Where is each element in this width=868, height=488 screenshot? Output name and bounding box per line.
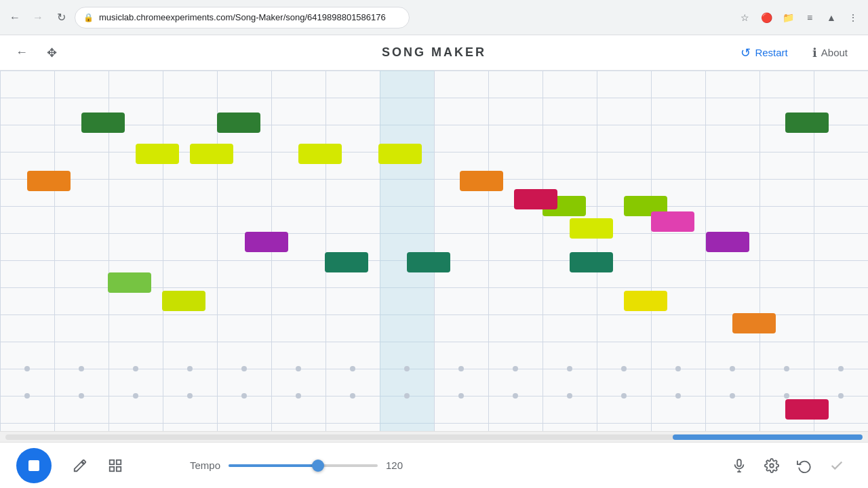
beat-dot[interactable] (241, 393, 247, 399)
beat-dot[interactable] (513, 393, 518, 399)
scrollbar-area[interactable] (0, 431, 868, 442)
scrollbar-track[interactable] (5, 434, 863, 440)
note[interactable] (570, 218, 613, 239)
about-button[interactable]: ℹ About (803, 41, 857, 64)
tempo-value: 120 (386, 460, 410, 471)
reload-button[interactable]: ↻ (52, 8, 71, 27)
beat-dot[interactable] (404, 366, 410, 371)
beat-dot[interactable] (458, 366, 464, 371)
note[interactable] (136, 144, 179, 164)
beat-dot[interactable] (79, 393, 84, 399)
beat-dot[interactable] (784, 393, 789, 399)
forward-button[interactable]: → (28, 8, 47, 27)
check-button[interactable] (822, 451, 852, 481)
beat-dot[interactable] (79, 366, 84, 371)
beat-dot[interactable] (241, 366, 247, 371)
note[interactable] (81, 113, 125, 133)
lock-icon: 🔒 (83, 13, 94, 22)
beat-dot[interactable] (730, 366, 735, 371)
note[interactable] (624, 291, 667, 311)
note[interactable] (570, 252, 613, 272)
about-icon: ℹ (812, 45, 817, 60)
beat-dot[interactable] (350, 393, 355, 399)
back-to-home-button[interactable]: ← (11, 42, 33, 64)
note[interactable] (460, 171, 503, 191)
beat-dot[interactable] (838, 393, 844, 399)
extension-btn-3[interactable]: ≡ (800, 8, 819, 27)
tempo-slider-fill (229, 464, 318, 467)
extension-btn-4[interactable]: ▲ (822, 8, 841, 27)
note[interactable] (651, 211, 694, 232)
note[interactable] (706, 232, 749, 252)
restart-label: Restart (755, 47, 787, 58)
play-stop-button[interactable] (16, 448, 52, 483)
beat-dot[interactable] (838, 366, 844, 371)
beat-dot[interactable] (296, 393, 301, 399)
beat-dot[interactable] (567, 366, 572, 371)
beat-dot[interactable] (621, 393, 627, 399)
note[interactable] (162, 291, 205, 311)
beat-dot[interactable] (513, 366, 518, 371)
beat-dot[interactable] (133, 366, 138, 371)
beat-dot[interactable] (24, 393, 30, 399)
note[interactable] (378, 144, 422, 164)
back-button[interactable]: ← (5, 8, 24, 27)
pencil-tool-button[interactable] (65, 451, 95, 481)
header-right: ↺ Restart ℹ About (731, 41, 857, 64)
expand-button[interactable]: ✥ (41, 42, 62, 64)
dots-row[interactable] (0, 386, 868, 406)
tempo-slider-thumb[interactable] (312, 460, 324, 472)
undo-button[interactable] (789, 451, 819, 481)
note[interactable] (325, 252, 368, 272)
more-button[interactable]: ⋮ (844, 8, 863, 27)
tempo-label: Tempo (190, 460, 220, 471)
note[interactable] (785, 113, 829, 133)
tempo-section: Tempo 120 (190, 460, 724, 471)
settings-button[interactable] (757, 451, 787, 481)
beat-dot[interactable] (621, 366, 627, 371)
toolbar: Tempo 120 (0, 442, 868, 488)
beat-dot[interactable] (675, 366, 681, 371)
header: ← ✥ SONG MAKER ↺ Restart ℹ About (0, 35, 868, 70)
beat-dot[interactable] (187, 366, 193, 371)
note[interactable] (190, 144, 233, 164)
beat-dot[interactable] (24, 366, 30, 371)
note[interactable] (108, 272, 151, 293)
note[interactable] (217, 113, 260, 133)
browser-chrome: ← → ↻ 🔒 musiclab.chromeexperiments.com/S… (0, 0, 868, 35)
extension-btn-1[interactable]: 🔴 (757, 8, 776, 27)
app: ← ✥ SONG MAKER ↺ Restart ℹ About (0, 35, 868, 488)
scrollbar-thumb[interactable] (673, 434, 863, 440)
microphone-button[interactable] (724, 451, 754, 481)
note[interactable] (245, 232, 288, 252)
restart-button[interactable]: ↺ Restart (731, 41, 797, 64)
bookmark-button[interactable]: ☆ (735, 8, 754, 27)
beat-dot[interactable] (133, 393, 138, 399)
beat-dot[interactable] (784, 366, 789, 371)
beat-dot[interactable] (458, 393, 464, 399)
beat-dot[interactable] (404, 393, 410, 399)
grid-tool-button[interactable] (100, 451, 130, 481)
header-left: ← ✥ (11, 42, 62, 64)
beat-dot[interactable] (187, 393, 193, 399)
svg-rect-4 (737, 459, 741, 466)
grid[interactable] (0, 70, 868, 431)
beat-dot[interactable] (567, 393, 572, 399)
note[interactable] (298, 144, 342, 164)
address-bar[interactable]: 🔒 musiclab.chromeexperiments.com/Song-Ma… (75, 7, 410, 28)
beat-dot[interactable] (730, 393, 735, 399)
beat-dot[interactable] (296, 366, 301, 371)
note[interactable] (27, 171, 71, 191)
note[interactable] (407, 252, 450, 272)
svg-rect-1 (117, 460, 121, 464)
svg-rect-3 (110, 466, 114, 470)
beat-dot[interactable] (350, 366, 355, 371)
note[interactable] (732, 313, 776, 333)
note[interactable] (514, 189, 557, 209)
dots-row[interactable] (0, 359, 868, 379)
beat-dot[interactable] (675, 393, 681, 399)
tempo-slider[interactable] (229, 464, 378, 467)
extension-btn-2[interactable]: 📁 (778, 8, 797, 27)
grid-container[interactable] (0, 70, 868, 431)
main-area (0, 70, 868, 442)
